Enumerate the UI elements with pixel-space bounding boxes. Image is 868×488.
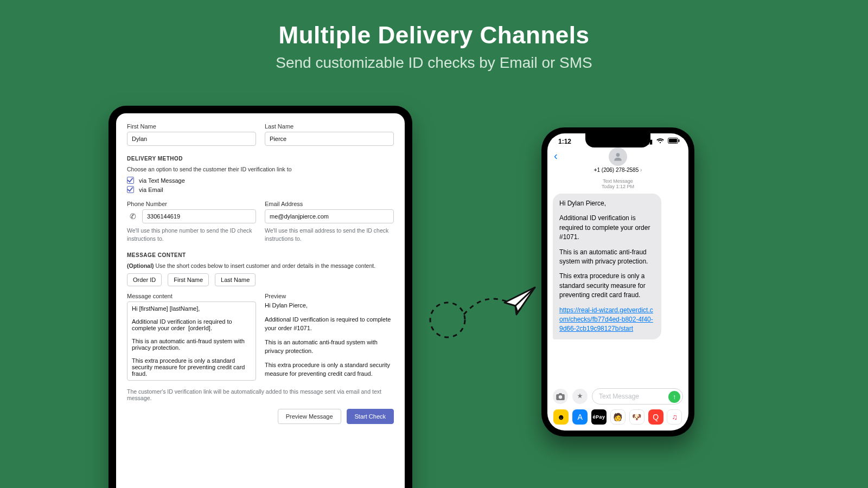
plane-illustration [423, 271, 542, 369]
phone-hint: We'll use this phone number to send the … [127, 227, 256, 242]
dock-app-icon[interactable]: Q [648, 409, 663, 425]
message-text: This is an automatic anti-fraud system w… [559, 248, 655, 267]
svg-rect-3 [679, 139, 680, 142]
email-hint: We'll use this email address to send the… [265, 227, 394, 242]
preview-text: Additional ID verification is required t… [265, 316, 394, 333]
dock-app-icon[interactable]: 🧑 [610, 409, 626, 425]
compose-input[interactable]: Text Message ↑ [592, 388, 683, 404]
wifi-icon [656, 138, 666, 145]
last-name-input[interactable] [265, 132, 394, 146]
notch [585, 133, 650, 147]
phone-input[interactable] [142, 209, 256, 223]
svg-point-4 [616, 153, 620, 157]
status-time: 1:12 [558, 138, 571, 145]
checkbox-label: via Text Message [139, 177, 185, 184]
email-input[interactable] [265, 209, 394, 223]
apple-pay-icon[interactable]: éPay [591, 409, 607, 425]
delivery-helper: Choose an option to send the customer th… [127, 166, 394, 172]
start-check-button[interactable]: Start Check [347, 409, 394, 424]
message-content-label: Message content [127, 293, 256, 299]
form-screen: First Name Last Name DELIVERY METHOD Cho… [116, 113, 405, 488]
preview-button[interactable]: Preview Message [278, 409, 341, 424]
dock-app-icon[interactable]: ☻ [553, 409, 569, 425]
content-section-title: MESSAGE CONTENT [127, 252, 394, 258]
checkbox-text-message[interactable]: via Text Message [127, 177, 394, 184]
battery-icon [668, 138, 680, 145]
optional-helper: (Optional) Use the short codes below to … [127, 262, 394, 269]
hero-subtitle: Send customizable ID checks by Email or … [0, 54, 868, 72]
compose-bar: Text Message ↑ [547, 386, 688, 407]
preview-label: Preview [265, 293, 394, 299]
checkbox-icon [127, 186, 134, 193]
message-content-textarea[interactable] [127, 301, 256, 381]
chip-order-id[interactable]: Order ID [127, 273, 162, 286]
phone-screen: 1:12 ▮▮▮▮ ‹ +1 (206) 278-2585 › Text Mes… [547, 133, 688, 431]
phone-icon: ✆ [127, 210, 139, 222]
preview-text: This extra procedure is only a standard … [265, 361, 394, 378]
email-label: Email Address [265, 201, 394, 207]
optional-text: Use the short codes below to insert cust… [154, 262, 376, 269]
hero-title: Multiple Delivery Channels [0, 22, 868, 49]
message-text: Hi Dylan Pierce, [559, 199, 655, 208]
phone-frame: 1:12 ▮▮▮▮ ‹ +1 (206) 278-2585 › Text Mes… [541, 127, 694, 436]
checkbox-icon [127, 177, 134, 184]
checkbox-label: via Email [139, 187, 163, 193]
avatar-icon [609, 147, 627, 166]
app-dock: ☻ A éPay 🧑 🐶 Q ♫ [547, 408, 688, 426]
chevron-right-icon: › [640, 167, 642, 173]
message-text: Additional ID verification is required t… [559, 214, 655, 242]
first-name-input[interactable] [127, 132, 256, 146]
sender-number[interactable]: +1 (206) 278-2585 › [547, 167, 688, 173]
last-name-label: Last Name [265, 123, 394, 130]
dock-app-icon[interactable]: ♫ [667, 409, 682, 425]
svg-rect-2 [669, 139, 677, 143]
message-bubble: Hi Dylan Pierce, Additional ID verificat… [553, 194, 661, 339]
hero: Multiple Delivery Channels Send customiz… [0, 0, 868, 72]
app-store-icon[interactable] [572, 389, 588, 404]
message-meta: Text Message Today 1:12 PM [547, 178, 688, 189]
checkbox-email[interactable]: via Email [127, 186, 394, 193]
message-header: ‹ +1 (206) 278-2585 › [547, 147, 688, 173]
first-name-label: First Name [127, 123, 256, 130]
tablet-frame: First Name Last Name DELIVERY METHOD Cho… [108, 106, 412, 488]
dock-app-icon[interactable]: 🐶 [629, 409, 644, 425]
verification-link[interactable]: https://real-id-wizard.getverdict.com/ch… [559, 306, 653, 333]
delivery-section-title: DELIVERY METHOD [127, 156, 394, 162]
chip-last-name[interactable]: Last Name [215, 273, 256, 286]
send-button[interactable]: ↑ [668, 391, 680, 403]
chip-first-name[interactable]: First Name [168, 273, 209, 286]
preview-text: Hi Dylan Pierce, [265, 301, 394, 310]
compose-placeholder: Text Message [599, 393, 639, 400]
back-button[interactable]: ‹ [554, 150, 558, 162]
message-text: This extra procedure is only a standard … [559, 272, 655, 300]
optional-prefix: (Optional) [127, 262, 154, 269]
dock-app-icon[interactable]: A [572, 409, 588, 425]
camera-icon[interactable] [553, 389, 568, 404]
footer-note: The customer's ID verification link will… [127, 388, 394, 401]
preview-text: This is an automatic anti-fraud system w… [265, 338, 394, 356]
svg-point-0 [430, 303, 465, 337]
phone-label: Phone Number [127, 201, 256, 207]
